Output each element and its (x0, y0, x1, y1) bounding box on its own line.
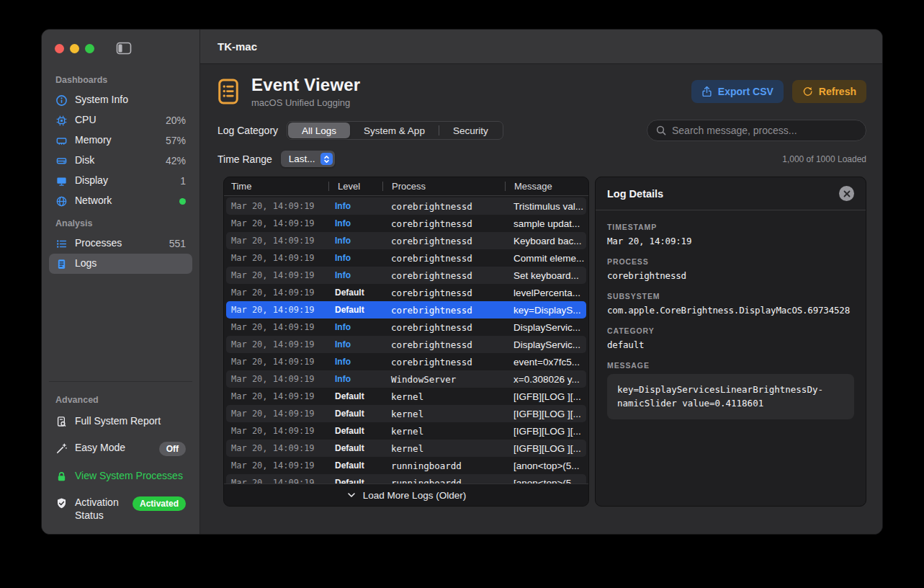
refresh-icon (802, 86, 813, 97)
sidebar-item-value: 42% (166, 155, 186, 166)
segment-all-logs[interactable]: All Logs (288, 122, 350, 138)
close-details-button[interactable] (839, 186, 854, 201)
table-row[interactable]: Mar 20, 14:09:19 Info corebrightnessd Tr… (226, 197, 586, 215)
section-label-dashboards: Dashboards (49, 75, 192, 85)
cell-time: Mar 20, 14:09:19 (226, 409, 328, 419)
log-table-header: Time Level Process Message (224, 177, 588, 196)
memory-icon (55, 135, 68, 147)
refresh-button[interactable]: Refresh (792, 80, 866, 103)
field-label-message: MESSAGE (607, 361, 854, 370)
sidebar-item-system-info[interactable]: System Info (49, 90, 192, 110)
cell-time: Mar 20, 14:09:19 (226, 236, 328, 246)
sidebar-item-label: Logs (75, 257, 97, 270)
export-csv-button[interactable]: Export CSV (691, 80, 784, 103)
list-bullet-icon (55, 238, 68, 250)
table-row[interactable]: Mar 20, 14:09:19 Info corebrightnessd Se… (226, 267, 586, 284)
cell-time: Mar 20, 14:09:19 (226, 305, 328, 315)
table-row[interactable]: Mar 20, 14:09:19 Info WindowServer x=0.3… (226, 370, 586, 388)
sidebar-item-display[interactable]: Display 1 (49, 171, 192, 191)
section-label-analysis: Analysis (49, 218, 192, 228)
sidebar-item-easy-mode[interactable]: Easy Mode Off (49, 438, 192, 460)
sidebar-item-disk[interactable]: Disk 42% (49, 151, 192, 171)
sidebar-item-label: Easy Mode (75, 442, 125, 455)
table-row[interactable]: Mar 20, 14:09:19 Default kernel [IGFB][L… (226, 440, 586, 457)
body-row: Time Level Process Message Mar 20, 14:09… (223, 177, 866, 507)
titlebar: TK-mac (200, 30, 882, 64)
log-table-body[interactable]: Mar 20, 14:09:19 Info corebrightnessd Tr… (224, 196, 588, 484)
sidebar-toggle-icon[interactable] (116, 42, 132, 55)
sidebar-item-cpu[interactable]: CPU 20% (49, 110, 192, 130)
sidebar-item-value: 20% (166, 115, 186, 126)
field-label-subsystem: SUBSYSTEM (607, 292, 854, 300)
cell-level: Info (328, 357, 382, 367)
log-category-label: Log Category (217, 125, 278, 136)
cell-message: Tristimulus val... (505, 201, 586, 212)
column-header-process[interactable]: Process (382, 177, 505, 195)
column-header-level[interactable]: Level (328, 177, 382, 195)
window-title: TK-mac (217, 40, 257, 53)
sidebar-item-view-system-processes[interactable]: View System Processes (49, 466, 192, 486)
table-row[interactable]: Mar 20, 14:09:19 Info corebrightnessd Co… (226, 249, 586, 267)
cell-level: Info (328, 374, 382, 384)
cell-process: corebrightnessd (382, 339, 505, 350)
sidebar-item-activation-status[interactable]: Activation Status Activated (49, 493, 192, 525)
page-header: Event Viewer macOS Unified Logging Expor… (217, 75, 866, 108)
cell-process: corebrightnessd (382, 357, 505, 368)
zoom-button[interactable] (85, 44, 94, 53)
cell-process: WindowServer (382, 374, 505, 385)
table-row[interactable]: Mar 20, 14:09:19 Info corebrightnessd Ke… (226, 232, 586, 249)
export-icon (701, 86, 712, 97)
table-row[interactable]: Mar 20, 14:09:19 Default kernel [IGFB][L… (226, 422, 586, 440)
table-row[interactable]: Mar 20, 14:09:19 Default kernel [IGFB][L… (226, 388, 586, 405)
cell-message: [anon<top>(5... (505, 478, 586, 484)
log-category-segmented-control: All Logs System & App Security (287, 121, 503, 140)
cell-time: Mar 20, 14:09:19 (226, 322, 328, 332)
sidebar-item-logs[interactable]: Logs (49, 254, 192, 274)
cell-process: kernel (382, 391, 505, 402)
segment-system-app[interactable]: System & App (350, 122, 439, 138)
sidebar-item-memory[interactable]: Memory 57% (49, 130, 192, 151)
report-doc-magnifier-icon (55, 416, 68, 428)
table-row[interactable]: Mar 20, 14:09:19 Default corebrightnessd… (226, 284, 586, 301)
cell-level: Default (328, 426, 382, 436)
column-header-message[interactable]: Message (505, 177, 588, 195)
cell-process: corebrightnessd (382, 270, 505, 281)
sidebar-item-label: CPU (75, 114, 97, 127)
table-row[interactable]: Mar 20, 14:09:19 Default kernel [IGFB][L… (226, 405, 586, 422)
close-button[interactable] (55, 44, 64, 53)
time-range-popup[interactable]: Last... (281, 151, 335, 167)
sidebar-item-processes[interactable]: Processes 551 (49, 233, 192, 254)
cell-process: corebrightnessd (382, 201, 505, 212)
chevron-down-icon (346, 490, 356, 500)
log-details-header: Log Details (596, 177, 866, 210)
cell-process: kernel (382, 426, 505, 437)
cell-level: Default (328, 478, 382, 484)
cell-time: Mar 20, 14:09:19 (226, 460, 328, 471)
segment-security[interactable]: Security (439, 122, 502, 138)
cell-process: kernel (382, 443, 505, 454)
cell-level: Default (328, 443, 382, 453)
sidebar-item-label: Display (75, 174, 108, 187)
table-row[interactable]: Mar 20, 14:09:19 Info corebrightnessd ev… (226, 353, 586, 370)
cell-level: Default (328, 288, 382, 298)
table-row[interactable]: Mar 20, 14:09:19 Info corebrightnessd Di… (226, 336, 586, 353)
cell-message: Keyboard bac... (505, 236, 586, 246)
load-more-button[interactable]: Load More Logs (Older) (224, 484, 588, 506)
sidebar-item-network[interactable]: Network (49, 191, 192, 211)
shield-check-icon (55, 497, 68, 509)
cpu-icon (55, 115, 68, 127)
logs-document-icon (55, 258, 68, 270)
sidebar-item-full-system-report[interactable]: Full System Report (49, 411, 192, 432)
table-row[interactable]: Mar 20, 14:09:19 Default corebrightnessd… (226, 301, 586, 318)
table-row[interactable]: Mar 20, 14:09:19 Default runningboardd [… (226, 457, 586, 474)
cell-time: Mar 20, 14:09:19 (226, 443, 328, 453)
search-input[interactable] (672, 125, 857, 136)
minimize-button[interactable] (70, 44, 79, 53)
field-label-category: CATEGORY (607, 326, 854, 335)
search-field[interactable] (647, 120, 866, 141)
table-row[interactable]: Mar 20, 14:09:19 Default runningboardd [… (226, 474, 586, 484)
table-row[interactable]: Mar 20, 14:09:19 Info corebrightnessd sa… (226, 215, 586, 232)
column-header-time[interactable]: Time (224, 177, 328, 195)
table-row[interactable]: Mar 20, 14:09:19 Info corebrightnessd Di… (226, 318, 586, 336)
cell-level: Info (328, 201, 382, 211)
